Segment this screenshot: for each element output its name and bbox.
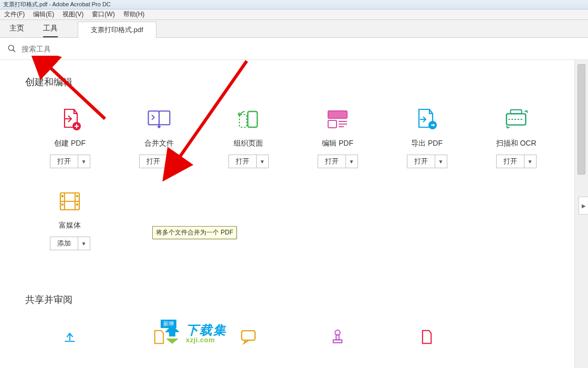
scroll-thumb[interactable] — [578, 64, 585, 175]
tool-export-pdf[interactable]: 导出 PDF 打开 ▼ — [382, 107, 471, 168]
tool-scan-ocr[interactable]: 扫描和 OCR 打开 ▼ — [471, 107, 561, 168]
rich-media-icon — [56, 189, 83, 213]
combine-files-icon — [145, 107, 173, 131]
menu-edit[interactable]: 编辑(E) — [29, 10, 58, 19]
svg-rect-23 — [61, 203, 64, 206]
watermark: 下载集 xzji.com — [162, 323, 227, 344]
watermark-url: xzji.com — [186, 336, 227, 343]
window-title: 支票打印格式.pdf - Adobe Acrobat Pro DC — [3, 1, 111, 8]
menu-window[interactable]: 窗口(W) — [88, 10, 119, 19]
open-button[interactable]: 打开 ▼ — [139, 155, 180, 168]
svg-rect-22 — [61, 195, 64, 197]
edit-pdf-icon — [324, 107, 351, 131]
tab-document[interactable]: 支票打印格式.pdf — [78, 22, 156, 38]
svg-line-1 — [13, 50, 15, 52]
svg-rect-24 — [76, 195, 78, 197]
export-pdf-icon — [413, 107, 440, 131]
page-icon — [413, 325, 440, 349]
open-button[interactable]: 打开 ▼ — [318, 155, 358, 168]
section-share-review: 共享并审阅 — [25, 293, 574, 306]
tab-bar: 主页 工具 支票打印格式.pdf — [0, 20, 588, 38]
tool-label: 组织页面 — [234, 139, 263, 148]
tool-combine-files[interactable]: 合并文件 打开 ▼ — [114, 107, 204, 168]
chevron-down-icon[interactable]: ▼ — [435, 155, 447, 168]
window-title-bar: 支票打印格式.pdf - Adobe Acrobat Pro DC — [0, 0, 588, 9]
tool-edit-pdf[interactable]: 编辑 PDF 打开 ▼ — [293, 107, 382, 168]
download-icon — [162, 323, 183, 344]
svg-rect-6 — [159, 111, 170, 125]
stamp-icon — [324, 325, 351, 349]
open-button[interactable]: 打开 ▼ — [228, 155, 269, 168]
tool-label: 扫描和 OCR — [496, 139, 537, 148]
open-button[interactable]: 打开 ▼ — [496, 155, 537, 168]
svg-rect-10 — [328, 120, 337, 128]
watermark-title: 下载集 — [186, 324, 227, 336]
tab-tools[interactable]: 工具 — [34, 19, 67, 37]
menu-view[interactable]: 视图(V) — [58, 10, 88, 19]
share-icon — [56, 325, 83, 349]
chevron-down-icon[interactable]: ▼ — [167, 155, 179, 168]
search-icon — [7, 44, 16, 53]
tools-canvas: 创建和编辑 创建 PDF 打开 ▼ 合并文件 打开 — [0, 60, 588, 368]
scan-ocr-icon — [502, 107, 530, 131]
svg-rect-26 — [242, 331, 255, 340]
chevron-down-icon[interactable]: ▼ — [346, 155, 358, 168]
open-button[interactable]: 打开 ▼ — [50, 155, 90, 168]
tab-home[interactable]: 主页 — [0, 19, 34, 37]
svg-rect-8 — [239, 115, 247, 127]
tool-organize-pages[interactable]: 组织页面 打开 ▼ — [204, 107, 293, 168]
tool-measure[interactable] — [382, 325, 471, 356]
tool-rich-media[interactable]: 富媒体 添加 ▼ — [25, 189, 114, 250]
search-input[interactable] — [22, 45, 581, 53]
menu-bar: 文件(F) 编辑(E) 视图(V) 窗口(W) 帮助(H) — [0, 9, 588, 20]
tool-share[interactable] — [25, 325, 114, 356]
side-panel-toggle[interactable]: ▶ — [579, 197, 588, 214]
tool-label: 创建 PDF — [54, 139, 86, 148]
tool-label: 编辑 PDF — [322, 139, 353, 148]
tool-search-bar — [0, 38, 588, 60]
add-button[interactable]: 添加 ▼ — [50, 237, 90, 250]
svg-rect-25 — [76, 203, 78, 206]
section-create-edit: 创建和编辑 — [25, 76, 574, 88]
tool-label: 合并文件 — [144, 139, 174, 148]
svg-point-0 — [8, 45, 14, 50]
create-pdf-icon — [56, 107, 83, 131]
svg-rect-9 — [328, 111, 347, 118]
chevron-down-icon[interactable]: ▼ — [524, 155, 536, 168]
chevron-down-icon[interactable]: ▼ — [78, 155, 90, 168]
menu-help[interactable]: 帮助(H) — [119, 10, 149, 19]
svg-rect-29 — [333, 340, 342, 342]
open-button[interactable]: 打开 ▼ — [407, 155, 447, 168]
tool-label: 富媒体 — [59, 221, 81, 230]
tool-label: 导出 PDF — [411, 139, 443, 148]
tooltip: 将多个文件合并为一个 PDF — [152, 226, 237, 239]
menu-file[interactable]: 文件(F) — [0, 10, 29, 19]
tool-stamp[interactable] — [293, 325, 382, 356]
organize-pages-icon — [235, 107, 262, 131]
comment-icon — [235, 325, 262, 349]
tool-create-pdf[interactable]: 创建 PDF 打开 ▼ — [25, 107, 114, 168]
chevron-down-icon[interactable]: ▼ — [78, 237, 90, 250]
svg-rect-7 — [248, 111, 257, 127]
chevron-down-icon[interactable]: ▼ — [257, 155, 268, 168]
